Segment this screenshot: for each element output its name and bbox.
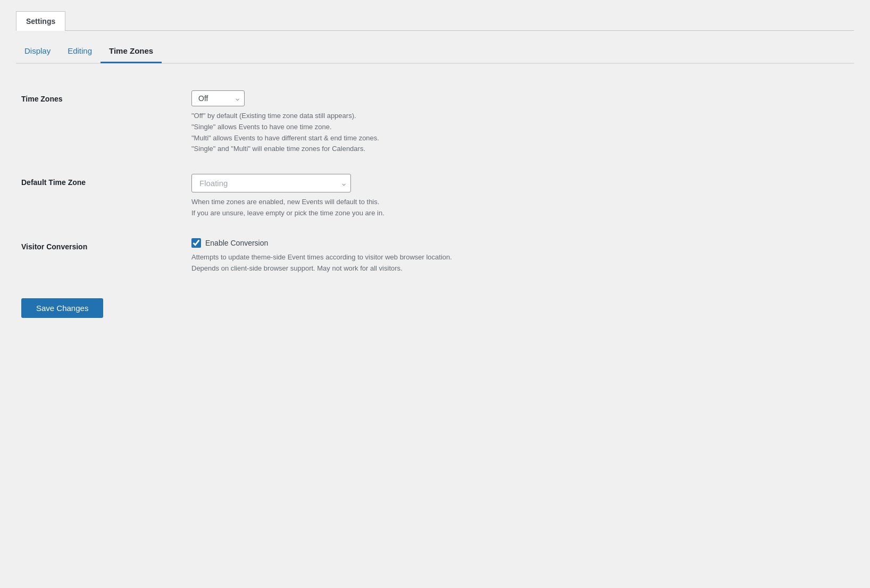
time-zones-label: Time Zones <box>21 90 191 103</box>
visitor-conversion-help-line1: Attempts to update theme-side Event time… <box>191 252 849 263</box>
save-changes-button[interactable]: Save Changes <box>21 298 103 318</box>
time-zones-select[interactable]: Off Single Multi <box>191 90 245 106</box>
page-wrapper: Settings Display Editing Time Zones Time… <box>0 0 870 345</box>
enable-conversion-checkbox[interactable] <box>191 238 201 248</box>
visitor-conversion-help: Attempts to update theme-side Event time… <box>191 252 849 274</box>
time-zones-help: "Off" by default (Existing time zone dat… <box>191 111 849 155</box>
tab-display[interactable]: Display <box>16 40 59 63</box>
visitor-conversion-field: Enable Conversion Attempts to update the… <box>191 238 849 274</box>
visitor-conversion-help-line2: Depends on client-side browser support. … <box>191 263 849 274</box>
enable-conversion-label[interactable]: Enable Conversion <box>205 239 268 247</box>
default-time-zone-help: When time zones are enabled, new Events … <box>191 197 849 219</box>
time-zones-help-line1: "Off" by default (Existing time zone dat… <box>191 111 849 122</box>
settings-tab[interactable]: Settings <box>16 11 65 31</box>
default-time-zone-select[interactable]: Floating <box>191 174 351 192</box>
default-time-zone-help-line1: When time zones are enabled, new Events … <box>191 197 849 208</box>
time-zones-select-wrapper: Off Single Multi ⌵ <box>191 90 245 106</box>
settings-content: Time Zones Off Single Multi ⌵ "Off" by d… <box>16 74 854 334</box>
time-zones-help-line3: "Multi" allows Events to have different … <box>191 133 849 144</box>
default-time-zone-select-wrapper: Floating ⌵ <box>191 174 351 192</box>
save-button-wrapper: Save Changes <box>16 293 854 318</box>
nav-tabs: Display Editing Time Zones <box>16 39 854 63</box>
default-time-zone-field: Floating ⌵ When time zones are enabled, … <box>191 174 849 219</box>
visitor-conversion-label: Visitor Conversion <box>21 238 191 251</box>
default-time-zone-label: Default Time Zone <box>21 174 191 187</box>
time-zones-field: Off Single Multi ⌵ "Off" by default (Exi… <box>191 90 849 155</box>
tab-divider <box>16 63 854 64</box>
tab-time-zones[interactable]: Time Zones <box>101 40 162 63</box>
default-time-zone-help-line2: If you are unsure, leave empty or pick t… <box>191 208 849 219</box>
time-zones-help-line2: "Single" allows Events to have one time … <box>191 122 849 133</box>
time-zones-row: Time Zones Off Single Multi ⌵ "Off" by d… <box>16 90 854 155</box>
enable-conversion-checkbox-row: Enable Conversion <box>191 238 849 248</box>
settings-tab-bar: Settings <box>16 11 854 31</box>
visitor-conversion-row: Visitor Conversion Enable Conversion Att… <box>16 238 854 274</box>
time-zones-help-line4: "Single" and "Multi" will enable time zo… <box>191 144 849 155</box>
tab-editing[interactable]: Editing <box>59 40 101 63</box>
default-time-zone-row: Default Time Zone Floating ⌵ When time z… <box>16 174 854 219</box>
